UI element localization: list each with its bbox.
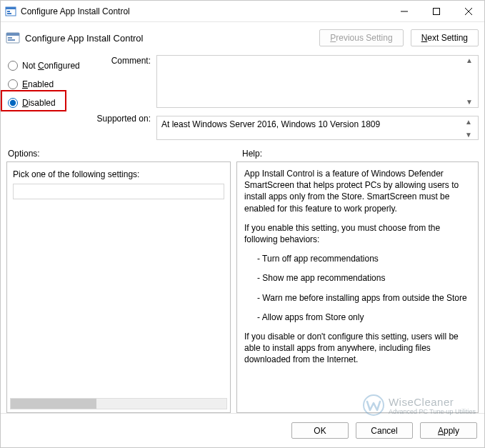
apply-button[interactable]: Apply [420, 422, 477, 439]
supported-label: Supported on: [92, 69, 151, 124]
previous-setting-button[interactable]: Previous Setting [319, 29, 403, 46]
svg-rect-3 [7, 13, 11, 14]
fields-column: ▲▼ At least Windows Server 2016, Windows… [156, 55, 479, 140]
supported-on-box: At least Windows Server 2016, Windows 10… [156, 116, 479, 140]
svg-rect-9 [6, 33, 19, 36]
svg-rect-11 [8, 39, 15, 41]
app-icon [5, 6, 16, 17]
radio-disabled-input[interactable] [8, 98, 18, 108]
help-b4: - Allow apps from Store only [244, 312, 471, 323]
svg-rect-2 [7, 11, 10, 12]
options-pane: Pick one of the following settings: [6, 161, 231, 413]
radio-enabled-input[interactable] [8, 79, 18, 89]
options-combobox[interactable] [13, 184, 224, 199]
supported-on-text: At least Windows Server 2016, Windows 10… [161, 119, 380, 129]
close-button[interactable] [452, 1, 484, 21]
maximize-button[interactable] [420, 1, 452, 21]
state-radios: Not Configured Enabled Disabled [6, 55, 92, 140]
options-label: Options: [8, 149, 242, 159]
help-p3: If you disable or don't configure this s… [244, 331, 471, 366]
options-pick-label: Pick one of the following settings: [13, 169, 224, 179]
comment-label: Comment: [92, 55, 151, 69]
radio-not-configured-input[interactable] [8, 61, 18, 71]
radio-disabled[interactable]: Disabled [6, 94, 92, 112]
window-title: Configure App Install Control [21, 6, 388, 16]
titlebar: Configure App Install Control [1, 1, 484, 22]
next-setting-button[interactable]: Next Setting [411, 29, 479, 46]
radio-not-configured[interactable]: Not Configured [6, 56, 92, 75]
labels-column: Comment: Supported on: [92, 55, 156, 140]
supported-scrollbar[interactable]: ▲▼ [465, 119, 476, 139]
help-b2: - Show me app recommendations [244, 272, 471, 284]
page-title: Configure App Install Control [25, 33, 312, 44]
help-p2: If you enable this setting, you must cho… [244, 222, 471, 245]
help-pane: App Install Control is a feature of Wind… [236, 161, 479, 413]
svg-rect-1 [6, 7, 16, 9]
body-panes: Pick one of the following settings: App … [1, 161, 484, 413]
footer: OK Cancel Apply [1, 413, 484, 447]
help-b1: - Turn off app recommendations [244, 253, 471, 264]
radio-enabled[interactable]: Enabled [6, 75, 92, 94]
svg-rect-5 [433, 8, 439, 14]
help-p1: App Install Control is a feature of Wind… [244, 168, 471, 214]
help-label: Help: [242, 149, 477, 159]
svg-rect-10 [8, 37, 12, 39]
config-area: Not Configured Enabled Disabled Comment:… [1, 52, 484, 146]
comment-scrollbar[interactable]: ▲▼ [466, 57, 477, 106]
policy-icon [5, 30, 21, 46]
options-hscrollbar[interactable] [10, 398, 227, 409]
minimize-button[interactable] [388, 1, 420, 21]
comment-textarea[interactable] [156, 55, 479, 108]
help-b3: - Warn me before installing apps from ou… [244, 292, 471, 304]
cancel-button[interactable]: Cancel [356, 422, 413, 439]
panes-labels: Options: Help: [1, 146, 484, 161]
ok-button[interactable]: OK [291, 422, 349, 439]
header-row: Configure App Install Control Previous S… [1, 22, 484, 52]
window: Configure App Install Control Configure … [0, 0, 485, 448]
